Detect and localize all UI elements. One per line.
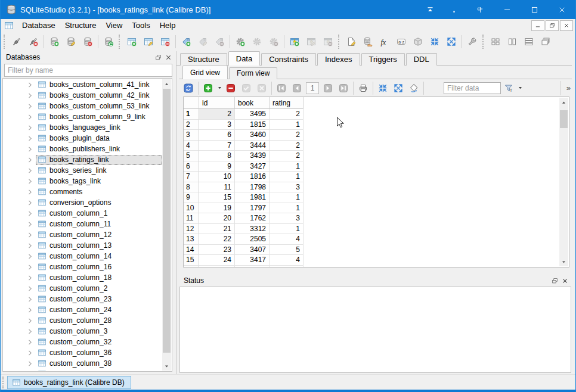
tab-structure[interactable]: Structure	[180, 53, 227, 66]
table-cell[interactable]: 2	[199, 109, 235, 120]
tree-item[interactable]: books_custom_column_9_link	[3, 111, 162, 122]
filter-mode-button[interactable]: T	[501, 81, 516, 95]
tree-item[interactable]: custom_column_32	[3, 337, 162, 347]
grid-scrollbar[interactable]	[559, 98, 568, 266]
chevron-right-icon[interactable]	[26, 349, 34, 357]
tab-grid-view[interactable]: Grid view	[182, 66, 228, 79]
tree-item-content[interactable]: books_tags_link	[36, 176, 162, 186]
table-cell[interactable]: 2	[270, 130, 304, 141]
menu-tools[interactable]: Tools	[127, 20, 154, 32]
chevron-right-icon[interactable]	[26, 102, 34, 110]
float-panel-icon[interactable]	[153, 53, 163, 62]
tree-item-content[interactable]: custom_column_2	[36, 284, 162, 294]
tree-scrollbar[interactable]	[162, 79, 171, 371]
scroll-up-icon[interactable]	[162, 79, 171, 89]
chevron-right-icon[interactable]	[26, 263, 34, 271]
tree-item[interactable]: books_publishers_link	[3, 144, 162, 154]
tab-form-view[interactable]: Form view	[229, 67, 277, 79]
mdi-close-button[interactable]	[560, 20, 573, 31]
table-cell[interactable]: 11	[199, 182, 235, 193]
add-database-button[interactable]	[46, 34, 63, 49]
chevron-right-icon[interactable]	[26, 359, 34, 368]
table-cell[interactable]: 21	[199, 224, 235, 235]
tab-constraints[interactable]: Constraints	[261, 53, 316, 66]
first-page-button[interactable]	[274, 81, 289, 95]
taskbar-handle[interactable]	[2, 377, 5, 388]
open-functions-editor-button[interactable]: fx	[376, 34, 393, 49]
drop-table-button[interactable]	[157, 34, 174, 49]
table-cell[interactable]: 1	[270, 203, 304, 214]
table-cell[interactable]: 22	[199, 234, 235, 245]
tree-item-content[interactable]: books_languages_link	[36, 123, 162, 133]
scroll-up-icon[interactable]	[559, 98, 568, 107]
tree-item[interactable]: custom_column_12	[3, 229, 162, 240]
window-dot-button[interactable]	[442, 0, 466, 19]
chevron-right-icon[interactable]	[26, 284, 34, 293]
tree-item-content[interactable]: custom_column_16	[36, 262, 162, 272]
tree-item-content[interactable]: books_custom_column_41_link	[36, 80, 162, 90]
table-cell[interactable]: 3407	[235, 245, 270, 256]
tree-item[interactable]: custom_column_23	[3, 294, 162, 304]
refresh-schemas-button[interactable]	[100, 34, 117, 49]
table-cell[interactable]: 15	[199, 192, 235, 203]
tree-item[interactable]: custom_column_18	[3, 272, 162, 283]
last-page-button[interactable]	[336, 81, 351, 95]
tree-item[interactable]: custom_column_3	[3, 326, 162, 337]
tree-item-content[interactable]: books_publishers_link	[36, 144, 162, 154]
tree-item-content[interactable]: custom_column_36	[36, 348, 162, 358]
table-cell[interactable]: 1	[270, 161, 304, 172]
column-header-id[interactable]: id	[199, 97, 235, 109]
table-cell[interactable]: 5	[270, 245, 304, 256]
chevron-right-icon[interactable]	[26, 370, 34, 371]
tree-item[interactable]: custom_column_11	[3, 219, 162, 229]
chevron-right-icon[interactable]	[26, 209, 34, 217]
erase-data-button[interactable]	[406, 81, 422, 95]
table-cell[interactable]: 4	[270, 255, 304, 266]
row-number[interactable]: 1	[184, 109, 199, 120]
tree-item[interactable]: books_languages_link	[3, 122, 162, 133]
print-data-button[interactable]	[355, 81, 371, 95]
new-view-button[interactable]	[286, 34, 303, 49]
table-cell[interactable]: 3	[199, 120, 235, 130]
tree-item[interactable]: custom_column_4	[3, 369, 162, 371]
tab-indexes[interactable]: Indexes	[317, 53, 360, 66]
chevron-right-icon[interactable]	[26, 155, 34, 164]
table-cell[interactable]: 3427	[235, 161, 270, 172]
chevron-right-icon[interactable]	[26, 80, 34, 89]
row-number[interactable]: 16	[184, 266, 199, 267]
tile-windows-vertically-button[interactable]	[504, 34, 521, 49]
new-index-button[interactable]	[178, 34, 194, 49]
tab-ddl[interactable]: DDL	[406, 53, 437, 66]
tree-item[interactable]: conversion_options	[3, 197, 162, 208]
tree-item-content[interactable]: conversion_options	[36, 198, 162, 208]
tree-item[interactable]: custom_column_24	[3, 304, 162, 315]
pin-window-button[interactable]	[466, 0, 493, 19]
new-table-button[interactable]	[123, 34, 140, 49]
cascade-windows-button[interactable]	[537, 34, 554, 49]
tree-item-content[interactable]: custom_column_13	[36, 241, 162, 251]
table-cell[interactable]: 2	[270, 151, 304, 161]
table-cell[interactable]: 3417	[235, 255, 270, 266]
tree-item-content[interactable]: custom_column_11	[36, 219, 162, 229]
tree-item[interactable]: custom_column_16	[3, 262, 162, 272]
float-panel-icon[interactable]	[550, 276, 560, 285]
tree-item-content[interactable]: books_custom_column_53_link	[36, 101, 162, 111]
tree-item-content[interactable]: custom_column_1	[36, 209, 162, 219]
tree-item-content[interactable]: custom_column_4	[36, 369, 162, 372]
row-number[interactable]: 9	[184, 192, 199, 203]
table-cell[interactable]: 24	[199, 255, 235, 266]
tree-item-content[interactable]: custom_column_38	[36, 359, 162, 369]
chevron-right-icon[interactable]	[26, 166, 34, 175]
edit-table-button[interactable]	[140, 34, 157, 49]
table-cell[interactable]: 1	[270, 192, 304, 203]
toolbar-overflow-button[interactable]: »	[560, 81, 571, 95]
chevron-right-icon[interactable]	[26, 252, 34, 260]
row-number[interactable]: 7	[184, 172, 199, 182]
table-cell[interactable]: 3	[270, 213, 304, 224]
dropdown-caret-icon[interactable]	[516, 81, 524, 95]
close-panel-icon[interactable]	[163, 53, 174, 62]
row-number[interactable]: 6	[184, 161, 199, 172]
database-filter-input[interactable]	[4, 64, 172, 77]
menu-view[interactable]: View	[101, 20, 127, 32]
tree-item[interactable]: custom_column_13	[3, 240, 162, 251]
